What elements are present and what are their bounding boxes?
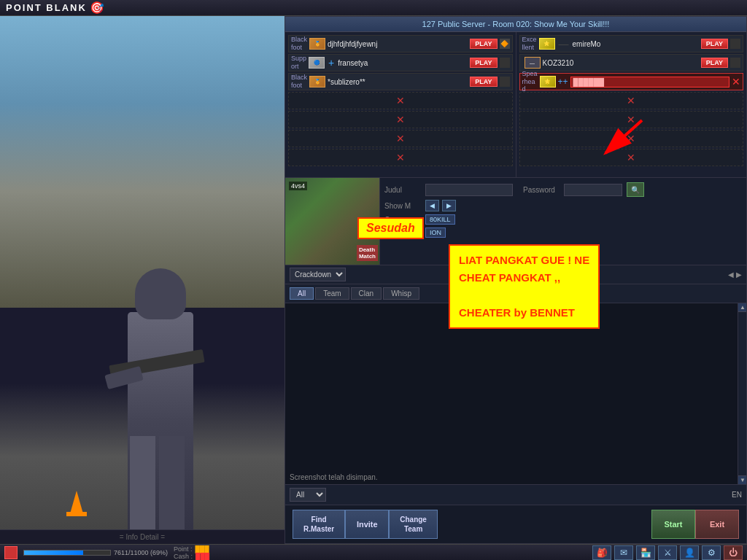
avatar: [4, 546, 18, 559]
chat-tab-whisp[interactable]: Whisp: [383, 287, 419, 300]
traffic-cone-decoration: [69, 491, 84, 516]
sesudah-label: Sesudah: [357, 217, 424, 239]
exit-button[interactable]: Exit: [695, 510, 739, 539]
cheat-line2: CHEAT PANGKAT ,,: [459, 269, 589, 287]
player-row: Support 🔵 + fransetya PLAY: [288, 54, 513, 71]
team-label-bf1: Blackfoot: [291, 36, 307, 52]
inventory-icon[interactable]: 🎒: [592, 545, 611, 560]
map-select[interactable]: Crackdown: [290, 268, 346, 281]
start-button[interactable]: Start: [651, 510, 695, 539]
cash-row: Cash : ███: [174, 553, 209, 560]
power-icon[interactable]: ⏻: [724, 545, 743, 560]
password-toggle[interactable]: 🔍: [627, 182, 644, 197]
shop-icon[interactable]: 🏪: [636, 545, 655, 560]
exp-bar-outer: [23, 550, 111, 556]
empty-slot: ✕: [288, 130, 513, 147]
judul-row: Judul Password 🔍: [384, 182, 742, 197]
find-r-master-button[interactable]: FindR.Master: [293, 510, 345, 539]
empty-slot-r: ✕: [519, 92, 744, 109]
rank-badge-2: 🔵: [309, 57, 325, 69]
kick-btn-r2[interactable]: [730, 58, 740, 68]
chat-tab-clan[interactable]: Clan: [351, 287, 382, 300]
point-row: Point : ███: [174, 545, 209, 553]
point-cash-info: Point : ███ Cash : ███: [174, 545, 209, 560]
empty-slot: ✕: [288, 149, 513, 166]
plus-icon: +: [328, 57, 334, 69]
chat-tab-team[interactable]: Team: [315, 287, 349, 300]
user-icon[interactable]: 👤: [680, 545, 699, 560]
screenshot-message: Screenshot telah disimpan.: [290, 473, 378, 481]
kick-btn-3[interactable]: [500, 77, 510, 87]
empty-slot: ✕: [288, 111, 513, 128]
show-mode-buttons: ◀ ▶: [425, 200, 456, 211]
room-title: 127 Public Server - Room 020: Show Me Yo…: [422, 20, 610, 28]
player-row: Excellent ⭐ — emireMo PLAY: [519, 35, 744, 52]
soldier-character: [95, 195, 226, 531]
team-left: Blackfoot 🏅 djhfdjhfdjfyewnj PLAY 🔶 Supp…: [285, 32, 516, 177]
exp-bar-fill: [24, 551, 83, 555]
status-bar: 7611/11000 (69%) Point : ███ Cash : ███ …: [0, 544, 747, 560]
kick-btn-1[interactable]: 🔶: [500, 39, 510, 49]
play-button-3[interactable]: PLAY: [470, 77, 497, 87]
play-button-r2[interactable]: PLAY: [701, 58, 728, 68]
cash-value: ███: [196, 553, 209, 560]
invite-button[interactable]: Invite: [345, 510, 389, 539]
player-row: Blackfoot 🏅 *sublizero** PLAY: [288, 73, 513, 90]
info-detail-bar: = Info Detail =: [0, 529, 285, 544]
judul-input[interactable]: [425, 184, 513, 196]
cheat-message-overlay: LIAT PANGKAT GUE ! NE CHEAT PANGKAT ,, C…: [449, 244, 600, 329]
logo-text: POINT BLANK: [6, 2, 87, 13]
chat-input-bar: All EN: [285, 484, 746, 505]
action-buttons: FindR.Master Invite ChangeTeam Start Exi…: [285, 505, 746, 543]
cheat-line3: [459, 287, 589, 304]
showm-row: Show M ◀ ▶: [384, 200, 742, 211]
scroll-up-btn[interactable]: ▲: [738, 303, 746, 312]
cheat-line4: CHEATER by BENNET: [459, 304, 589, 322]
close-x-icon: ✕: [732, 76, 740, 88]
kick-btn-r1[interactable]: [730, 39, 740, 49]
chat-mode-select[interactable]: All: [290, 488, 326, 502]
players-area: Blackfoot 🏅 djhfdjhfdjfyewnj PLAY 🔶 Supp…: [285, 32, 746, 178]
change-team-button[interactable]: ChangeTeam: [389, 510, 438, 539]
play-button-1[interactable]: PLAY: [470, 39, 497, 49]
chat-tab-all[interactable]: All: [290, 287, 314, 300]
clan-icon[interactable]: ⚔: [658, 545, 677, 560]
red-arrow-indicator: [591, 113, 649, 173]
play-button-2[interactable]: PLAY: [470, 58, 497, 68]
player-name-r3: ██████: [570, 77, 729, 88]
rank-badge-r2: —: [525, 57, 541, 69]
player-name-r2: KOZ3210: [543, 59, 699, 67]
language-label: EN: [732, 491, 742, 499]
map-vs-label: 4vs4: [289, 182, 307, 190]
show-m-label: Show M: [384, 202, 421, 210]
team-label-e2: Spearhead: [522, 70, 538, 93]
room-title-bar: 127 Public Server - Room 020: Show Me Yo…: [285, 17, 746, 32]
player-row: Blackfoot 🏅 djhfdjhfdjfyewnj PLAY 🔶: [288, 35, 513, 52]
rank-badge-3: 🏅: [309, 76, 325, 88]
chat-scrollbar: ▲ ▼: [738, 303, 746, 484]
mail-icon[interactable]: ✉: [614, 545, 633, 560]
death-match-badge: DeathMatch: [357, 245, 378, 261]
player-name-2: fransetya: [338, 59, 468, 67]
mode-btn-1[interactable]: ◀: [425, 200, 439, 211]
team-label-s1: Support: [291, 55, 306, 71]
play-button-r1[interactable]: PLAY: [701, 39, 728, 49]
minus-icon: —: [559, 38, 569, 50]
settings-icon[interactable]: ⚙: [702, 545, 721, 560]
password-input[interactable]: [564, 184, 622, 196]
team-label-bf2: Blackfoot: [291, 74, 307, 90]
empty-slot: ✕: [288, 92, 513, 109]
status-icons: 🎒 ✉ 🏪 ⚔ 👤 ⚙ ⏻: [592, 545, 743, 560]
cheat-line1: LIAT PANGKAT GUE ! NE: [459, 252, 589, 269]
player-row: — KOZ3210 PLAY: [519, 54, 744, 71]
map-arrows: ◀ ▶: [728, 271, 742, 279]
scroll-down-btn[interactable]: ▼: [738, 475, 746, 484]
player-name-3: *sublizero**: [328, 78, 468, 86]
password-label: Password: [523, 186, 560, 194]
cash-label: Cash :: [174, 553, 193, 560]
time-row: Time ION: [384, 228, 742, 238]
spacer: [438, 510, 651, 539]
mode-btn-2[interactable]: ▶: [442, 200, 456, 211]
kick-btn-2[interactable]: [500, 58, 510, 68]
player-name-r1: emireMo: [573, 40, 699, 48]
